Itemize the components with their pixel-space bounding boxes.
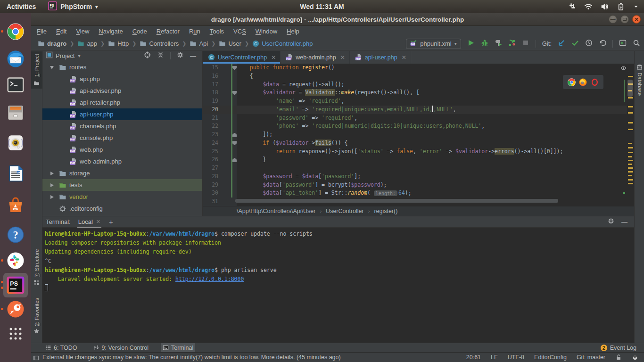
status-item-utf-8[interactable]: UTF-8 <box>508 354 524 361</box>
inspections-eye-icon[interactable] <box>620 65 627 73</box>
locate-file-button[interactable] <box>144 51 151 60</box>
minimize-button[interactable]: — <box>609 15 617 24</box>
tree-item-console-php[interactable]: PHPconsole.php <box>42 132 203 144</box>
nav-crumb-user[interactable]: User <box>219 40 241 47</box>
stripe-button-database[interactable]: Database <box>637 73 643 96</box>
dock-item-postman[interactable] <box>6 300 25 319</box>
tree-item-storage[interactable]: storage <box>42 167 203 179</box>
tree-item-web-php[interactable]: PHPweb.php <box>42 144 203 156</box>
tree-item-routes[interactable]: routes <box>42 61 203 73</box>
app-menu[interactable]: PS PhpStorm ▾ <box>48 1 98 12</box>
new-terminal-button[interactable]: + <box>109 218 113 226</box>
dock-item-help[interactable]: ? <box>6 225 25 244</box>
listen-debug-button[interactable] <box>508 39 516 48</box>
toolwindow-button-6-todo[interactable]: 6: TODO <box>43 343 79 353</box>
highlighting-level-icon[interactable] <box>632 354 638 361</box>
dock-item-thunderbird[interactable] <box>6 49 25 68</box>
dock-item-files[interactable] <box>6 103 25 122</box>
status-item-editorconfig[interactable]: EditorConfig <box>534 354 567 361</box>
title-bar[interactable]: dragro [/var/www/html/dragro] - .../app/… <box>31 13 644 26</box>
dock-item-rhythmbox[interactable] <box>6 133 25 152</box>
tree-item--editorconfig[interactable]: .editorconfig <box>42 203 203 214</box>
tree-item-api-adviser-php[interactable]: PHPapi-adviser.php <box>42 85 203 97</box>
toolwindow-button-terminal[interactable]: Terminal <box>161 343 195 353</box>
search-everywhere-button[interactable] <box>633 39 640 48</box>
dock-item-ubuntu-software[interactable] <box>6 196 25 214</box>
event-log-button[interactable]: 2 Event Log <box>601 345 644 351</box>
editor-crumb[interactable]: \App\Http\Controllers\Api\User <box>237 208 315 214</box>
tree-item-tests[interactable]: tests <box>42 179 203 191</box>
nav-crumb-app[interactable]: app <box>77 40 97 47</box>
dock-item-chrome[interactable] <box>6 22 25 41</box>
menu-navigate[interactable]: Navigate <box>94 26 127 37</box>
menu-help[interactable]: Help <box>282 26 304 37</box>
debug-button[interactable] <box>481 39 488 48</box>
nav-crumb-controllers[interactable]: Controllers <box>140 40 179 47</box>
tree-item-channels-php[interactable]: PHPchannels.php <box>42 120 203 132</box>
code-editor[interactable]: 1516171819202122232425262728293031 publi… <box>203 64 634 206</box>
menu-window[interactable]: Window <box>251 26 282 37</box>
dock-item-libreoffice-writer[interactable] <box>6 164 25 183</box>
menu-edit[interactable]: Edit <box>51 26 71 37</box>
dock-item-phpstorm[interactable]: PS <box>6 276 25 295</box>
nav-crumb-usercontroller-php[interactable]: CUserController.php <box>252 40 313 47</box>
collapse-all-button[interactable] <box>157 51 164 60</box>
nav-crumb-dragro[interactable]: dragro <box>38 40 66 47</box>
horizontal-scrollbar[interactable] <box>235 199 558 203</box>
hide-panel-button[interactable]: — <box>190 52 196 59</box>
git-commit-button[interactable] <box>571 39 579 48</box>
status-message[interactable]: External file changes sync may be slow: … <box>42 354 341 361</box>
close-icon[interactable]: ✕ <box>271 54 276 61</box>
maximize-button[interactable] <box>620 15 629 24</box>
toolwindow-button-9-version-control[interactable]: 9: Version Control <box>91 343 150 353</box>
editor-tab-usercontroller-php[interactable]: CUserController.php✕ <box>203 51 281 64</box>
close-button[interactable]: ✕ <box>632 15 641 24</box>
editor-tab-api-user-php[interactable]: PHPapi-user.php✕ <box>350 51 411 64</box>
editor-tab-web-admin-php[interactable]: PHPweb-admin.php✕ <box>281 51 350 64</box>
tree-item-api-user-php[interactable]: PHPapi-user.php <box>42 108 203 120</box>
dock-item-terminal-app[interactable] <box>6 75 25 94</box>
menu-file[interactable]: File <box>32 26 51 37</box>
chevron-down-icon[interactable] <box>50 66 54 69</box>
run-button[interactable] <box>467 39 475 48</box>
system-tray[interactable] <box>568 2 639 11</box>
hide-terminal-button[interactable]: — <box>621 218 627 225</box>
tree-item-vendor[interactable]: vendor <box>42 191 203 203</box>
unlock-icon[interactable] <box>615 354 622 361</box>
run-with-coverage-button[interactable] <box>495 39 502 48</box>
nav-crumb-http[interactable]: Http <box>108 40 129 47</box>
tree-item-api-retailer-php[interactable]: PHPapi-retailer.php <box>42 97 203 108</box>
git-update-button[interactable] <box>558 39 565 48</box>
status-item-lf[interactable]: LF <box>491 354 498 361</box>
status-item-git-master[interactable]: Git: master <box>577 354 605 361</box>
menu-code[interactable]: Code <box>128 26 152 37</box>
terminal-output[interactable]: hiren@hiren-HP-Laptop-15q-bu0xx:/var/www… <box>42 228 634 293</box>
close-icon[interactable]: ✕ <box>340 54 345 61</box>
stop-button[interactable] <box>522 39 529 48</box>
close-icon[interactable]: ✕ <box>402 54 406 61</box>
chevron-right-icon[interactable] <box>50 195 54 199</box>
chevron-right-icon[interactable] <box>50 172 54 175</box>
tool-window-toggle-icon[interactable] <box>33 355 39 362</box>
vertical-scrollbar[interactable] <box>627 80 633 97</box>
menu-tools[interactable]: Tools <box>205 26 229 37</box>
editor-crumb[interactable]: UserController <box>326 208 364 214</box>
activities-button[interactable]: Activities <box>0 3 42 10</box>
terminal-settings-gear-icon[interactable] <box>608 218 614 226</box>
tree-item-api-php[interactable]: PHPapi.php <box>42 73 203 85</box>
menu-vcs[interactable]: VCS <box>229 26 251 37</box>
dock-item-slack[interactable] <box>6 251 25 270</box>
editor-crumb[interactable]: register() <box>374 208 397 214</box>
chevron-right-icon[interactable] <box>50 183 54 187</box>
rollback-button[interactable] <box>599 39 606 48</box>
tree-item-web-admin-php[interactable]: PHPweb-admin.php <box>42 156 203 167</box>
terminal-tab-local[interactable]: Local ✕ <box>77 216 101 228</box>
run-anything-button[interactable] <box>619 39 627 48</box>
history-button[interactable] <box>585 39 593 48</box>
project-panel-header[interactable]: Project ▾ — <box>42 51 202 60</box>
close-icon[interactable]: ✕ <box>96 219 100 225</box>
dock-item-show-applications[interactable] <box>6 324 25 343</box>
run-configuration-select[interactable]: PHP phpunit.xml ▾ <box>406 39 461 49</box>
menu-refactor[interactable]: Refactor <box>152 26 184 37</box>
status-item-20-61[interactable]: 20:61 <box>466 354 481 361</box>
